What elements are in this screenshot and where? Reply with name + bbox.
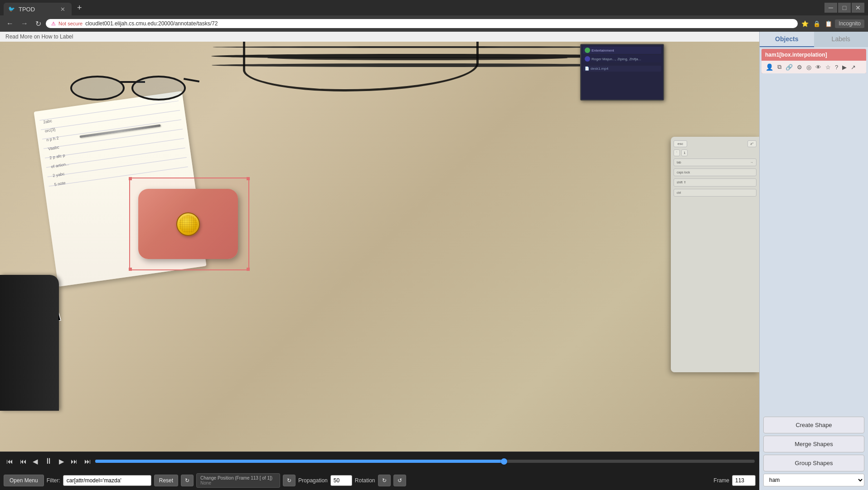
extension-btn-2[interactable]: 🔒 [811, 19, 822, 28]
propagation-input[interactable] [330, 475, 352, 486]
cable-3 [243, 42, 479, 91]
object-item-ham1: ham1[box.interpolation] 👤 ⧉ 🔗 ⚙ ◎ 👁 ☆ ? … [761, 49, 866, 73]
object-item-toolbar: 👤 ⧉ 🔗 ⚙ ◎ 👁 ☆ ? ▶ ↗ [761, 61, 866, 73]
obj-tool-arrow[interactable]: ↗ [849, 63, 857, 72]
mouse-cursor [59, 312, 64, 322]
pause-button[interactable]: ⏸ [43, 456, 54, 467]
skip-to-end-button[interactable]: ⏮ [82, 456, 92, 466]
open-menu-button[interactable]: Open Menu [4, 475, 44, 486]
refresh-icon-button[interactable]: ↻ [181, 475, 194, 486]
objects-list: ham1[box.interpolation] 👤 ⧉ 🔗 ⚙ ◎ 👁 ☆ ? … [760, 47, 868, 413]
obj-tool-copy[interactable]: ⧉ [776, 62, 783, 72]
timeline-bar[interactable] [95, 460, 755, 463]
address-bar[interactable]: ⚠ Not secure cloudlet001.elijah.cs.cmu.e… [46, 19, 798, 28]
obj-tool-settings[interactable]: ⚙ [795, 63, 804, 72]
obj-tool-play[interactable]: ▶ [841, 63, 848, 72]
skip-back-button[interactable]: ⏭ [18, 456, 28, 466]
obj-tool-eye[interactable]: 👁 [814, 63, 823, 72]
obj-tool-question[interactable]: ? [834, 63, 839, 72]
tab-labels[interactable]: Labels [814, 32, 868, 47]
change-position-text: Change Position (Frame 113 [ of 1]) [200, 476, 276, 480]
prev-frame-button[interactable]: ◀ [31, 456, 40, 466]
create-shape-button[interactable]: Create Shape [763, 417, 864, 433]
tab-objects[interactable]: Objects [760, 32, 814, 47]
new-tab-button[interactable]: + [73, 2, 86, 14]
reset-button[interactable]: Reset [154, 475, 178, 486]
browser-extension-buttons: ⭐ 🔒 📋 Incognito [800, 19, 864, 28]
bottom-controls: ⏮ ⏭ ◀ ⏸ ▶ ⏭ ⏮ Open Menu Filter: Reset [0, 452, 759, 490]
filter-input[interactable] [63, 475, 151, 486]
next-frame-button[interactable]: ▶ [57, 456, 66, 466]
keyboard: esc z" ` 1 tab→ caps lock shift ⇑ ctrl [671, 137, 759, 372]
desk-scene: Entertainment Roger Majun..., Ziping, Zh… [0, 42, 759, 452]
rotation-cw-button[interactable]: ↻ [378, 475, 391, 486]
browser-chrome: 🐦 TPOD ✕ + ─ □ ✕ ← → ↻ ⚠ Not secure clou… [0, 0, 868, 32]
tab-title: TPOD [19, 6, 35, 13]
obj-tool-link[interactable]: 🔗 [784, 63, 794, 72]
maximize-button[interactable]: □ [838, 3, 851, 13]
minimize-button[interactable]: ─ [824, 3, 837, 13]
tab-bar: 🐦 TPOD ✕ + ─ □ ✕ [0, 0, 868, 15]
pink-object-container [138, 189, 238, 259]
ham-dropdown[interactable]: ham [763, 474, 864, 486]
refresh-button[interactable]: ↻ [33, 19, 44, 29]
propagation-label: Propagation [298, 477, 328, 484]
forward-button[interactable]: → [18, 19, 31, 29]
change-position-display: Change Position (Frame 113 [ of 1]) None [196, 473, 280, 488]
change-position-sub: None [200, 480, 276, 485]
browser-toolbar: ← → ↻ ⚠ Not secure cloudlet001.elijah.cs… [0, 15, 868, 32]
read-more-text: Read More on How to Label [5, 34, 73, 40]
controls-row: Open Menu Filter: Reset ↻ Change Positio… [0, 471, 759, 490]
rotation-label: Rotation [355, 477, 375, 484]
security-label: Not secure [58, 21, 82, 26]
tab-close[interactable]: ✕ [60, 6, 65, 13]
tab-icon: 🐦 [8, 6, 15, 12]
extension-btn-1[interactable]: ⭐ [800, 19, 810, 28]
timeline-row: ⏮ ⏭ ◀ ⏸ ▶ ⏭ ⏮ [0, 452, 759, 471]
filter-label: Filter: [47, 477, 60, 484]
canvas-area: Read More on How to Label Entertainment [0, 32, 759, 490]
extension-btn-3[interactable]: 📋 [823, 19, 834, 28]
glove [0, 275, 59, 411]
glasses [70, 71, 199, 105]
active-tab[interactable]: 🐦 TPOD ✕ [4, 3, 72, 15]
merge-shapes-button[interactable]: Merge Shapes [763, 436, 864, 452]
frame-input[interactable] [732, 475, 756, 486]
skip-forward-button[interactable]: ⏭ [69, 456, 79, 466]
monitor-screen: Entertainment Roger Majun..., Ziping, Zh… [580, 44, 664, 101]
canvas-container[interactable]: Entertainment Roger Majun..., Ziping, Zh… [0, 42, 759, 452]
group-shapes-button[interactable]: Group Shapes [763, 455, 864, 471]
obj-tool-person[interactable]: 👤 [764, 62, 775, 72]
read-more-bar: Read More on How to Label [0, 32, 759, 42]
obj-tool-target[interactable]: ◎ [805, 63, 813, 72]
skip-to-start-button[interactable]: ⏮ [5, 456, 15, 466]
object-item-header[interactable]: ham1[box.interpolation] [761, 49, 866, 61]
change-position-refresh-button[interactable]: ↻ [283, 475, 296, 486]
annotation-box [129, 178, 249, 270]
window-controls: ─ □ ✕ [824, 3, 864, 13]
timeline-handle[interactable] [501, 458, 507, 465]
incognito-indicator: Incognito [835, 19, 864, 28]
timeline-progress [95, 460, 504, 463]
obj-tool-star[interactable]: ☆ [824, 63, 832, 72]
rotation-ccw-button[interactable]: ↺ [393, 475, 406, 486]
url-text: cloudlet001.elijah.cs.cmu.edu:20000/anno… [85, 20, 218, 27]
security-indicator: ⚠ [51, 21, 56, 27]
right-panel: Objects Labels ham1[box.interpolation] 👤… [759, 32, 868, 490]
right-panel-tabs: Objects Labels [760, 32, 868, 47]
right-panel-bottom: Create Shape Merge Shapes Group Shapes h… [760, 413, 868, 490]
frame-label: Frame [713, 477, 729, 484]
main-layout: Read More on How to Label Entertainment [0, 32, 868, 490]
close-button[interactable]: ✕ [852, 3, 864, 13]
back-button[interactable]: ← [4, 19, 16, 29]
